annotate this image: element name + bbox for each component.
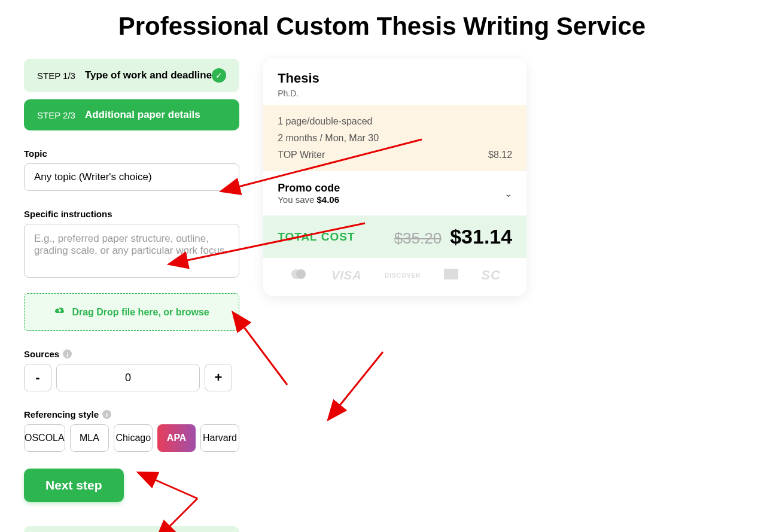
refstyle-harvard-button[interactable]: Harvard (200, 424, 239, 452)
order-summary-card: Thesis Ph.D. 1 page/double-spaced 2 mont… (263, 59, 526, 296)
instructions-textarea[interactable] (24, 224, 239, 278)
promo-code-toggle[interactable]: Promo code You save $4.06 ⌄ (263, 171, 526, 215)
sc-icon: SC (481, 267, 501, 283)
step-2-bar: STEP 2/3 Additional paper details (24, 99, 239, 130)
step-3-bar[interactable]: STEP 3/3 Extra services (24, 526, 239, 532)
sources-input[interactable] (56, 364, 200, 391)
refstyle-apa-button[interactable]: APA (157, 424, 195, 452)
topic-label: Topic (24, 148, 239, 159)
page-title: Professional Custom Thesis Writing Servi… (24, 12, 740, 41)
visa-icon: VISA (331, 269, 362, 282)
summary-writer-price: $8.12 (488, 150, 512, 160)
step-1-label: Type of work and deadline (85, 69, 212, 81)
promo-save: You save $4.06 (278, 194, 340, 205)
step-2-label: Additional paper details (85, 109, 200, 121)
total-label: TOTAL COST (278, 230, 355, 244)
summary-deadline: 2 months / Mon, Mar 30 (278, 133, 379, 144)
dropzone-text: Drag Drop file here, or browse (72, 307, 209, 318)
topic-input[interactable] (24, 163, 239, 191)
discover-icon: DISCOVER (385, 272, 421, 279)
sources-minus-button[interactable]: - (24, 364, 51, 391)
svg-rect-9 (444, 269, 458, 279)
instructions-label: Specific instructions (24, 209, 239, 219)
refstyle-chicago-button[interactable]: Chicago (114, 424, 153, 452)
svg-point-8 (296, 269, 306, 279)
total-new-price: $31.14 (450, 225, 512, 248)
summary-title: Thesis (278, 71, 512, 86)
promo-label: Promo code (278, 182, 340, 194)
total-old-price: $35.20 (394, 229, 442, 248)
summary-writer-label: TOP Writer (278, 150, 325, 160)
file-dropzone[interactable]: Drag Drop file here, or browse (24, 293, 239, 331)
info-icon: i (63, 349, 72, 358)
refstyle-mla-button[interactable]: MLA (70, 424, 109, 452)
step-1-num: STEP 1/3 (37, 71, 75, 81)
summary-level: Ph.D. (278, 89, 512, 98)
amex-icon (444, 269, 458, 282)
check-icon: ✓ (212, 68, 226, 83)
payment-methods: VISA DISCOVER SC (263, 258, 526, 296)
chevron-down-icon: ⌄ (504, 188, 512, 199)
refstyle-oscola-button[interactable]: OSCOLA (24, 424, 65, 452)
step-2-num: STEP 2/3 (37, 110, 75, 120)
sources-label: Sources i (24, 349, 239, 359)
cloud-upload-icon (54, 306, 66, 318)
sources-plus-button[interactable]: + (205, 364, 232, 391)
next-step-button[interactable]: Next step (24, 469, 124, 502)
mastercard-icon (289, 268, 308, 283)
summary-pages: 1 page/double-spaced (278, 116, 372, 127)
info-icon: i (102, 410, 111, 419)
refstyle-label: Referencing style i (24, 409, 239, 419)
step-1-bar[interactable]: STEP 1/3 Type of work and deadline ✓ (24, 59, 239, 92)
